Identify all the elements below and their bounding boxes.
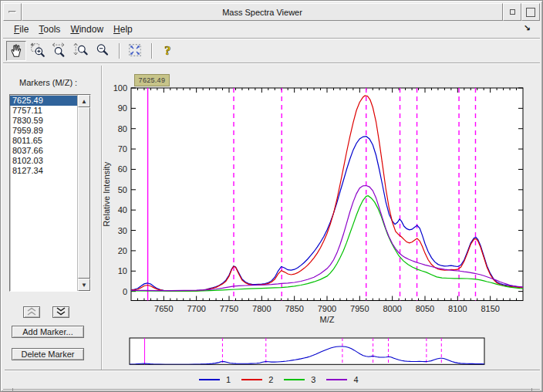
statusbar-divider [3, 389, 540, 390]
delete-marker-button[interactable]: Delete Marker [12, 348, 84, 360]
menu-item-help[interactable]: Help [109, 22, 137, 36]
resize-notch-left [12, 388, 13, 392]
titlebar: Mass Spectra Viewer [3, 3, 540, 21]
x-tick-label: 7900 [318, 304, 336, 313]
pan-hand-button[interactable] [6, 41, 26, 61]
y-tick-label: 60 [118, 164, 127, 174]
markers-panel-label: Markers (M/Z) : [19, 78, 77, 87]
marker-list-item[interactable]: 7830.59 [10, 116, 77, 126]
marker-list-item[interactable]: 8127.34 [10, 166, 77, 176]
markers-scrollbar[interactable]: ▲ ▼ [77, 95, 90, 291]
legend-line-icon [284, 379, 305, 380]
marker-list-item[interactable]: 8011.65 [10, 136, 77, 146]
x-tick-label: 8000 [383, 304, 401, 313]
legend-item-2: 2 [241, 375, 273, 384]
menu-item-window[interactable]: Window [66, 22, 108, 36]
series-2-curve [131, 96, 523, 291]
legend-item-1: 1 [199, 375, 231, 384]
y-tick-label: 30 [118, 226, 127, 235]
y-tick-label: 40 [118, 205, 127, 215]
overview-plot-canvas[interactable] [130, 338, 484, 364]
x-tick-label: 7800 [252, 304, 271, 313]
marker-list-item[interactable]: 8037.66 [10, 146, 77, 156]
legend-label: 3 [311, 375, 315, 384]
fit-view-icon [126, 42, 143, 60]
menu-item-tools[interactable]: Tools [34, 22, 65, 36]
window-menu-button[interactable] [3, 3, 22, 21]
legend-item-3: 3 [284, 375, 315, 384]
y-tick-label: 0 [123, 287, 127, 296]
toolbar: ? [3, 39, 540, 63]
series-3-curve [131, 196, 523, 291]
y-tick-label: 90 [118, 103, 127, 113]
x-tick-label: 7850 [285, 304, 303, 313]
main-plot-canvas[interactable] [131, 88, 523, 301]
legend-label: 1 [226, 375, 231, 384]
maximize-icon [526, 8, 535, 17]
scroll-up-button[interactable]: ▲ [78, 95, 90, 107]
marker-list-item[interactable]: 7959.89 [10, 126, 77, 136]
fit-view-button[interactable] [125, 41, 145, 61]
marker-lines [148, 88, 476, 301]
maximize-button[interactable] [521, 3, 540, 21]
markers-listbox[interactable]: 7625.497757.117830.597959.898011.658037.… [9, 94, 91, 292]
add-marker-button[interactable]: Add Marker... [12, 326, 84, 338]
move-marker-up-button[interactable] [23, 306, 40, 318]
legend-line-icon [326, 379, 347, 380]
toolbar-separator [119, 43, 120, 59]
zoom-out-button[interactable] [93, 41, 113, 61]
zoom-selection-button[interactable] [28, 41, 48, 61]
marker-list-item[interactable]: 7625.49 [10, 96, 77, 106]
resize-notch-right [531, 388, 532, 392]
y-tick-label: 20 [118, 246, 127, 255]
window-menu-icon [8, 11, 16, 13]
legend-label: 2 [268, 375, 273, 384]
axis-ticks [131, 88, 523, 301]
y-tick-label: 50 [118, 185, 127, 194]
y-tick-label: 80 [118, 124, 127, 133]
x-tick-label: 7750 [220, 304, 238, 313]
y-axis-title: Relative Intensity [102, 161, 111, 226]
x-tick-label: 7950 [350, 304, 369, 313]
minimize-icon [510, 9, 515, 15]
scroll-down-button[interactable]: ▼ [78, 279, 90, 291]
chart-legend: 1234 [5, 370, 540, 388]
series-4-curve [131, 186, 523, 291]
panel-splitter[interactable] [101, 66, 103, 370]
zoom-selection-icon [29, 42, 46, 60]
double-chevron-up-icon [26, 307, 37, 317]
y-tick-label: 100 [113, 83, 127, 93]
zoom-horizontal-icon [51, 42, 68, 60]
pan-hand-icon [8, 42, 25, 60]
legend-line-icon [199, 379, 220, 380]
y-tick-label: 70 [118, 144, 127, 154]
zoom-out-icon [94, 42, 111, 60]
x-tick-label: 8050 [416, 304, 434, 313]
double-chevron-down-icon [56, 307, 66, 317]
window-title: Mass Spectra Viewer [22, 3, 503, 21]
menubar-overflow-arrow-icon[interactable]: ↘ [524, 23, 531, 33]
help-icon: ? [159, 42, 176, 60]
app-window: 7650770077507800785079007950800080508100… [0, 0, 543, 392]
marker-list-item[interactable]: 7757.11 [10, 106, 77, 116]
zoom-vertical-button[interactable] [71, 41, 91, 61]
minimize-button[interactable] [503, 3, 521, 21]
move-marker-down-button[interactable] [52, 306, 69, 318]
x-tick-label: 7700 [187, 304, 205, 313]
x-axis-title: M/Z [320, 315, 335, 324]
marker-list-item[interactable]: 8102.03 [10, 156, 77, 166]
marker-value-tooltip: 7625.49 [134, 74, 170, 86]
overview-series-curve [130, 346, 484, 364]
zoom-vertical-icon [73, 42, 89, 60]
y-tick-label: 10 [118, 266, 127, 275]
legend-item-4: 4 [326, 375, 358, 384]
svg-text:?: ? [164, 43, 170, 58]
scroll-thumb[interactable] [78, 107, 90, 279]
zoom-horizontal-button[interactable] [49, 41, 69, 61]
help-button[interactable]: ? [157, 41, 177, 61]
x-tick-label: 8150 [481, 304, 499, 313]
legend-label: 4 [353, 375, 358, 384]
x-tick-label: 7650 [154, 304, 173, 313]
menu-item-file[interactable]: File [9, 22, 33, 36]
series-1-curve [131, 137, 523, 291]
